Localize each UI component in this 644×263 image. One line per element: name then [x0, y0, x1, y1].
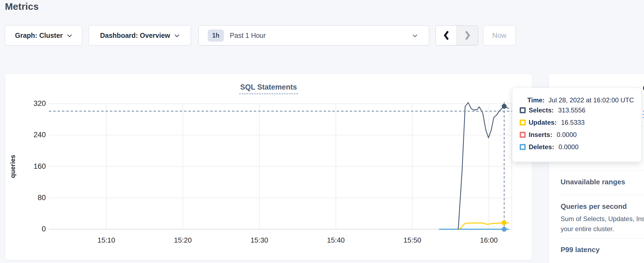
tooltip-series-label: Inserts: — [529, 131, 552, 139]
y-tick-label: 80 — [20, 194, 46, 202]
sidebar-section-heading: P99 latency — [561, 246, 644, 254]
tooltip-series-label: Selects: — [529, 106, 554, 114]
time-range-label: Past 1 Hour — [230, 32, 266, 39]
tooltip-series-value: 0.0000 — [557, 131, 577, 139]
sql-statements-chart-panel: SQL Statements queries 08016024032015:10… — [5, 74, 532, 260]
dashboard-dropdown[interactable]: Dashboard: Overview — [89, 25, 191, 45]
chevron-right-icon — [464, 30, 471, 41]
sidebar-section: Unavailable ranges — [561, 170, 644, 186]
y-tick-label: 160 — [20, 162, 46, 171]
tooltip-series-row: Updates:16.5333 — [520, 119, 585, 126]
chevron-down-icon — [67, 34, 72, 37]
next-timespan-button[interactable] — [457, 26, 478, 45]
tooltip-series-label: Updates: — [529, 119, 557, 126]
selects-series-icon — [520, 107, 526, 113]
now-button[interactable]: Now — [483, 25, 516, 45]
tooltip-series-row: Inserts:0.0000 — [520, 131, 577, 138]
sidebar-section: Queries per secondSum of Selects, Update… — [561, 195, 644, 234]
time-pager — [435, 25, 478, 45]
y-tick-label: 0 — [20, 225, 46, 233]
tooltip-series-value: 313.5556 — [558, 106, 585, 114]
chevron-left-icon — [443, 30, 450, 41]
sidebar-section: P99 latency — [561, 238, 644, 254]
line-chart[interactable] — [5, 74, 532, 261]
clipped-text-fragment: d — [643, 84, 644, 92]
x-tick-label: 15:20 — [167, 236, 199, 244]
graph-dropdown[interactable]: Graph: Cluster — [5, 25, 82, 45]
sidebar-section-heading: Unavailable ranges — [561, 178, 644, 186]
tooltip-time-label: Time: — [527, 96, 545, 104]
x-tick-label: 16:00 — [473, 236, 505, 244]
time-range-select[interactable]: 1h Past 1 Hour — [198, 25, 429, 45]
graph-dropdown-label: Graph: Cluster — [15, 32, 63, 39]
clipped-link-fragment[interactable]: 3 — [643, 109, 644, 118]
deletes-series-icon — [520, 144, 526, 150]
updates-series-icon — [520, 120, 526, 126]
y-tick-label: 240 — [20, 131, 46, 139]
tooltip-series-value: 0.0000 — [558, 143, 578, 151]
y-tick-label: 320 — [20, 99, 46, 108]
dashboard-dropdown-label: Dashboard: Overview — [100, 32, 170, 39]
chevron-down-icon — [174, 34, 179, 37]
tooltip-series-value: 16.5333 — [561, 119, 585, 126]
sidebar-section-description: Sum of Selects, Updates, Inseryour entir… — [561, 214, 644, 234]
tooltip-time-value: Jul 28, 2022 at 16:02:00 UTC — [549, 96, 634, 104]
sidebar-section-heading: Queries per second — [561, 202, 644, 211]
tooltip-time-row: Time:Jul 28, 2022 at 16:02:00 UTC — [527, 96, 634, 104]
x-tick-label: 15:30 — [243, 236, 276, 244]
tooltip-series-row: Selects:313.5556 — [520, 107, 585, 114]
time-range-badge: 1h — [208, 29, 224, 42]
x-tick-label: 15:40 — [320, 236, 352, 244]
tooltip-series-row: Deletes:0.0000 — [520, 143, 579, 151]
x-tick-label: 15:50 — [396, 236, 429, 244]
chart-title[interactable]: SQL Statements — [239, 83, 298, 94]
tooltip-series-label: Deletes: — [529, 143, 554, 151]
inserts-series-icon — [520, 132, 526, 138]
page-title: Metrics — [5, 1, 39, 12]
prev-timespan-button[interactable] — [436, 26, 457, 45]
x-tick-label: 15:10 — [90, 236, 123, 244]
chart-tooltip: Time:Jul 28, 2022 at 16:02:00 UTC Select… — [512, 88, 642, 162]
chevron-down-icon — [413, 34, 417, 37]
